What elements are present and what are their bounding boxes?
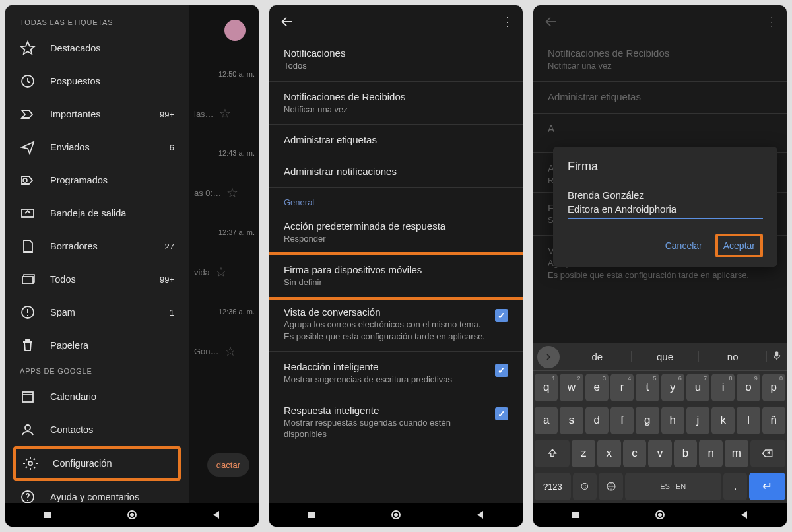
setting-sub: Responder: [284, 233, 508, 245]
key-i[interactable]: i8: [711, 374, 735, 401]
key-w[interactable]: w2: [560, 374, 583, 401]
drawer-item-pospuestos[interactable]: Pospuestos: [5, 65, 189, 98]
drawer-item-importantes[interactable]: Importantes 99+: [5, 98, 189, 131]
checkbox-checked[interactable]: [495, 407, 508, 420]
star-icon[interactable]: ☆: [219, 106, 231, 121]
backspace-key[interactable]: [750, 440, 785, 467]
suggestion[interactable]: que: [632, 351, 700, 362]
suggestion[interactable]: de: [564, 351, 632, 362]
key-y[interactable]: y6: [661, 374, 684, 401]
navigation-drawer[interactable]: TODAS LAS ETIQUETAS Destacados Pospuesto…: [5, 5, 189, 503]
back-arrow-icon[interactable]: [280, 15, 294, 29]
nav-back-icon[interactable]: [211, 510, 222, 520]
key-v[interactable]: v: [648, 440, 672, 467]
nav-recents-icon[interactable]: [306, 510, 317, 520]
key-ñ[interactable]: ñ: [762, 407, 785, 434]
on-screen-keyboard[interactable]: de que no q1w2e3r4t5y6u7i8o9p0 asdfghjkl…: [533, 343, 787, 503]
key-k[interactable]: k: [711, 407, 735, 434]
star-icon[interactable]: ☆: [226, 185, 238, 201]
compose-button[interactable]: dactar: [207, 453, 249, 477]
drawer-item-todos[interactable]: Todos 99+: [5, 263, 189, 296]
star-icon[interactable]: ☆: [215, 264, 227, 280]
mail-fragment: as 0:…: [191, 188, 221, 198]
key-p[interactable]: p0: [762, 374, 785, 401]
android-navbar: [5, 503, 259, 527]
key-u[interactable]: u7: [686, 374, 710, 401]
drawer-item-contactos[interactable]: Contactos: [5, 413, 189, 446]
key-q[interactable]: q1: [535, 374, 558, 401]
key-b[interactable]: b: [674, 440, 698, 467]
signature-input[interactable]: Brenda González Editora en Androidphoria: [568, 188, 763, 219]
key-x[interactable]: x: [597, 440, 621, 467]
drawer-item-configuracion[interactable]: Configuración: [13, 446, 181, 481]
drawer-item-programados[interactable]: Programados: [5, 164, 189, 197]
key-c[interactable]: c: [623, 440, 647, 467]
nav-recents-icon[interactable]: [570, 510, 581, 520]
nav-back-icon[interactable]: [739, 510, 750, 520]
drawer-item-spam[interactable]: Spam 1: [5, 296, 189, 329]
drawer-item-borradores[interactable]: Borradores 27: [5, 230, 189, 263]
accept-button[interactable]: Aceptar: [715, 234, 763, 257]
avatar[interactable]: [224, 20, 246, 41]
drawer-item-enviados[interactable]: Enviados 6: [5, 131, 189, 164]
setting-title: Notificaciones de Recibidos: [548, 48, 772, 59]
setting-title: Notificaciones: [284, 48, 508, 59]
setting-admin-notif[interactable]: Administrar notificaciones: [269, 156, 523, 188]
nav-back-icon[interactable]: [475, 510, 486, 520]
setting-sub: Notificar una vez: [548, 60, 772, 72]
star-icon[interactable]: ☆: [224, 343, 236, 359]
setting-notif-recibidos[interactable]: Notificaciones de Recibidos Notificar un…: [269, 82, 523, 125]
setting-firma-moviles[interactable]: Firma para dispositivos móviles Sin defi…: [269, 252, 523, 300]
key-n[interactable]: n: [699, 440, 723, 467]
cancel-button[interactable]: Cancelar: [659, 234, 709, 257]
checkbox-checked[interactable]: [495, 309, 508, 322]
setting-accion-respuesta[interactable]: Acción predeterminada de respuesta Respo…: [269, 211, 523, 255]
chevron-right-icon[interactable]: [537, 346, 560, 368]
setting-admin-etiquetas[interactable]: Administrar etiquetas: [269, 125, 523, 156]
setting-respuesta-inteligente[interactable]: Respuesta inteligente Mostrar respuestas…: [269, 395, 523, 449]
drawer-label: Configuración: [53, 458, 172, 469]
nav-home-icon[interactable]: [655, 510, 665, 520]
enter-key[interactable]: [749, 473, 785, 500]
drawer-item-papelera[interactable]: Papelera: [5, 329, 189, 362]
spacebar-key[interactable]: ES · EN: [625, 473, 721, 500]
key-s[interactable]: s: [560, 407, 583, 434]
setting-vista-conversacion[interactable]: Vista de conversación Agrupa los correos…: [269, 297, 523, 352]
key-a[interactable]: a: [535, 407, 558, 434]
setting-redaccion-inteligente[interactable]: Redacción inteligente Mostrar sugerencia…: [269, 352, 523, 395]
app-bar: ⋮: [269, 5, 523, 38]
drawer-item-destacados[interactable]: Destacados: [5, 32, 189, 65]
mic-icon[interactable]: [767, 350, 787, 364]
symbols-key[interactable]: ?123: [535, 473, 571, 500]
setting-notificaciones[interactable]: Notificaciones Todos: [269, 38, 523, 82]
shift-key[interactable]: [535, 440, 570, 467]
setting-admin-etiquetas: Administrar etiquetas: [533, 82, 787, 114]
key-g[interactable]: g: [636, 407, 659, 434]
key-row-2: asdfghjklñ: [533, 404, 787, 437]
nav-recents-icon[interactable]: [42, 510, 53, 520]
nav-home-icon[interactable]: [391, 510, 401, 520]
period-key[interactable]: .: [723, 473, 748, 500]
key-m[interactable]: m: [725, 440, 748, 467]
drawer-item-calendario[interactable]: Calendario: [5, 380, 189, 413]
key-f[interactable]: f: [610, 407, 634, 434]
drawer-label: Spam: [50, 307, 170, 317]
key-z[interactable]: z: [572, 440, 595, 467]
key-t[interactable]: t5: [636, 374, 659, 401]
emoji-key[interactable]: ☺: [573, 473, 597, 500]
key-h[interactable]: h: [661, 407, 684, 434]
key-r[interactable]: r4: [610, 374, 634, 401]
key-e[interactable]: e3: [585, 374, 609, 401]
key-o[interactable]: o9: [737, 374, 760, 401]
drawer-item-ayuda[interactable]: Ayuda y comentarios: [5, 481, 189, 503]
checkbox-checked[interactable]: [495, 364, 508, 377]
drawer-item-bandeja[interactable]: Bandeja de salida: [5, 197, 189, 230]
key-d[interactable]: d: [585, 407, 609, 434]
svg-rect-5: [22, 392, 33, 402]
nav-home-icon[interactable]: [127, 510, 137, 520]
key-l[interactable]: l: [737, 407, 760, 434]
suggestion[interactable]: no: [699, 351, 767, 362]
overflow-menu-icon[interactable]: ⋮: [502, 15, 512, 29]
language-key[interactable]: [599, 473, 623, 500]
key-j[interactable]: j: [686, 407, 710, 434]
